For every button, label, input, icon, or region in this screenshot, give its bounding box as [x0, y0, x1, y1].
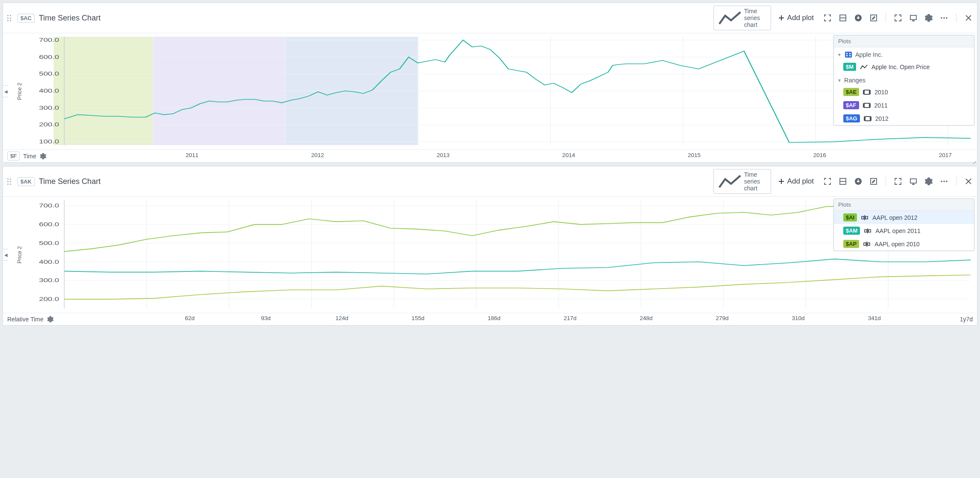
toolbar-divider — [886, 13, 886, 23]
plots-panel-header: Plots — [834, 199, 974, 211]
chart-body: ◀ Price 2 200.0300.0400.0500.0600.0700.0… — [3, 197, 977, 313]
drag-handle-icon[interactable] — [7, 178, 13, 185]
plots-series-item[interactable]: $AP AAPL open 2010 — [834, 237, 974, 251]
gear-icon[interactable] — [40, 153, 47, 160]
panel-title: Time Series Chart — [39, 14, 100, 23]
svg-text:500.0: 500.0 — [39, 71, 59, 76]
company-icon — [844, 51, 853, 58]
gear-icon[interactable] — [47, 316, 54, 323]
plots-panel: Plots ▼ Apple Inc. $M Apple Inc. Open Pr… — [833, 35, 974, 125]
line-chart-icon — [860, 63, 868, 71]
svg-rect-57 — [910, 179, 916, 183]
edit-icon[interactable] — [869, 177, 878, 186]
plots-group-header[interactable]: ▼ Apple Inc. — [834, 47, 974, 60]
plots-panel: Plots $AI AAPL open 2012 $AM AAPL open 2… — [833, 198, 974, 251]
svg-point-58 — [941, 181, 942, 182]
range-item[interactable]: $AG 2012 — [834, 112, 974, 125]
range-icon — [863, 115, 872, 122]
svg-rect-6 — [910, 15, 916, 20]
range-label: 2012 — [875, 115, 889, 122]
plots-series-item[interactable]: $AM AAPL open 2011 — [834, 224, 974, 237]
plots-panel-header: Plots — [834, 35, 974, 47]
svg-point-60 — [946, 181, 948, 182]
x-axis-tag[interactable]: $F — [7, 152, 20, 160]
panel-layout-icon[interactable] — [839, 14, 847, 22]
x-axis-bar: Relative Time 62d93d124d155d186d217d248d… — [3, 313, 977, 325]
svg-rect-41 — [849, 55, 851, 56]
plots-group-label: Apple Inc. — [855, 51, 883, 58]
svg-text:100.0: 100.0 — [39, 139, 59, 144]
align-icon — [863, 227, 872, 235]
edit-icon[interactable] — [869, 14, 878, 22]
range-item[interactable]: $AE 2010 — [834, 85, 974, 99]
range-icon — [863, 102, 871, 109]
page: $AC Time Series Chart Time series chart … — [0, 0, 980, 328]
svg-text:700.0: 700.0 — [39, 203, 59, 208]
plot-area[interactable]: 100.0200.0300.0400.0500.0600.0700.0 — [3, 33, 977, 149]
panel-layout-icon[interactable] — [839, 177, 847, 186]
svg-text:200.0: 200.0 — [39, 122, 59, 127]
more-icon[interactable] — [940, 14, 948, 22]
svg-point-8 — [943, 17, 945, 19]
plot-area[interactable]: 200.0300.0400.0500.0600.0700.0 — [3, 197, 977, 313]
download-icon[interactable] — [854, 14, 863, 22]
range-tag: $AE — [843, 88, 859, 96]
toolbar-icons — [821, 177, 973, 186]
range-tag: $AG — [843, 114, 860, 122]
present-icon[interactable] — [909, 177, 918, 186]
panel-header: $AK Time Series Chart Time series chart … — [3, 166, 977, 197]
plots-ranges-header[interactable]: ▼ Ranges — [834, 73, 974, 85]
panel-tag[interactable]: $AK — [18, 177, 35, 186]
toolbar-icons — [821, 13, 973, 23]
series-label: AAPL open 2010 — [874, 241, 919, 248]
range-item[interactable]: $AF 2011 — [834, 99, 974, 112]
svg-rect-48 — [865, 117, 870, 121]
range-tag: $AF — [843, 101, 859, 109]
chart-type-chip[interactable]: Time series chart — [713, 6, 771, 30]
chart-type-label: Time series chart — [744, 171, 766, 192]
chart-panel-1: $AC Time Series Chart Time series chart … — [3, 3, 977, 163]
plots-series-item[interactable]: $M Apple Inc. Open Price — [834, 60, 974, 73]
close-icon[interactable] — [964, 177, 973, 186]
series-tag: $AP — [843, 240, 859, 248]
panel-title: Time Series Chart — [39, 177, 100, 186]
panel-tag[interactable]: $AC — [18, 14, 35, 23]
present-icon[interactable] — [909, 14, 918, 22]
more-icon[interactable] — [940, 177, 948, 186]
close-icon[interactable] — [964, 14, 973, 22]
chart-body: ◀ Price 2 100.0200.0300.0400.0500.0600.0… — [3, 33, 977, 149]
svg-text:400.0: 400.0 — [39, 259, 59, 265]
toolbar-divider — [886, 177, 886, 186]
x-axis-ticks: 2011201220132014201520162017 — [50, 152, 973, 160]
chart-type-chip[interactable]: Time series chart — [713, 169, 771, 194]
expand-icon[interactable] — [894, 14, 902, 22]
drag-handle-icon[interactable] — [7, 14, 13, 22]
svg-rect-37 — [845, 52, 852, 58]
panel-header: $AC Time Series Chart Time series chart … — [3, 3, 977, 33]
svg-text:600.0: 600.0 — [39, 222, 59, 227]
gear-icon[interactable] — [924, 14, 933, 22]
series-label: Apple Inc. Open Price — [871, 64, 930, 70]
toolbar-divider — [956, 13, 957, 23]
svg-text:200.0: 200.0 — [39, 296, 59, 302]
align-icon — [860, 214, 869, 222]
svg-point-9 — [946, 17, 948, 19]
range-label: 2010 — [874, 89, 888, 96]
add-plot-button[interactable]: Add plot — [775, 13, 816, 23]
expand-icon[interactable] — [894, 177, 902, 186]
add-plot-button[interactable]: Add plot — [775, 176, 816, 187]
svg-point-7 — [941, 17, 942, 19]
focus-icon[interactable] — [823, 14, 832, 22]
add-plot-label: Add plot — [787, 14, 814, 22]
focus-icon[interactable] — [823, 177, 832, 186]
plots-series-item[interactable]: $AI AAPL open 2012 — [834, 211, 974, 224]
series-label: AAPL open 2011 — [875, 227, 920, 234]
chevron-down-icon: ▼ — [837, 52, 842, 57]
resize-handle-icon[interactable] — [972, 157, 976, 161]
toolbar-divider — [956, 177, 957, 186]
x-axis-label: Time — [23, 153, 36, 160]
download-icon[interactable] — [854, 177, 863, 186]
gear-icon[interactable] — [924, 177, 933, 186]
x-axis-right-label: 1y7d — [960, 316, 973, 323]
svg-text:400.0: 400.0 — [39, 88, 59, 93]
